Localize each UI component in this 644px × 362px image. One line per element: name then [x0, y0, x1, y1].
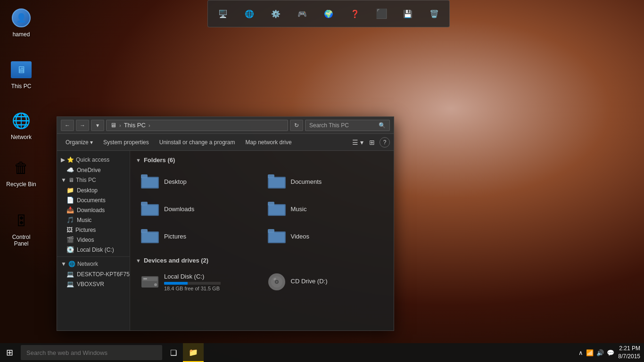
this-pc-label: This PC [11, 83, 32, 90]
task-view-button[interactable]: ❑ [164, 343, 183, 362]
folders-grid: Desktop Documents [136, 168, 388, 249]
forward-button[interactable]: → [76, 120, 89, 131]
svg-rect-10 [268, 202, 274, 206]
desktop: 👤 hamed 🖥 This PC 🌐 Network 🗑 Recycle Bi… [0, 0, 644, 362]
local-disk-progress [164, 282, 221, 285]
toolbar-globe-blue-icon[interactable]: 🌍 [318, 3, 339, 24]
sidebar-item-desktop-kpt[interactable]: 💻 DESKTOP-KPT6F75 [57, 269, 130, 279]
svg-rect-21 [143, 278, 147, 280]
folder-documents-name: Documents [291, 178, 322, 185]
file-explorer-taskbar-button[interactable]: 📁 [183, 343, 204, 362]
address-bar: ← → ▾ 🖥 › This PC › ↻ Search This PC 🔍 [57, 117, 394, 134]
sidebar-item-documents[interactable]: 📄 Documents [57, 195, 130, 205]
tray-chevron[interactable]: ∧ [578, 349, 583, 356]
map-network-button[interactable]: Map network drive [241, 136, 297, 148]
network-label: Network [11, 134, 32, 140]
toolbar-device1-icon[interactable]: ⬛ [371, 3, 392, 24]
quick-access-header[interactable]: ▶ ⭐ Quick access [57, 155, 130, 165]
hamed-icon: 👤 [10, 7, 33, 29]
toolbar-network-globe-icon[interactable]: 🌐 [239, 3, 260, 24]
documents-sidebar-icon: 📄 [66, 197, 74, 204]
search-placeholder-text: Search This PC [309, 122, 349, 129]
folder-videos-icon [267, 227, 286, 246]
folder-desktop[interactable]: Desktop [136, 168, 262, 195]
sidebar-item-downloads[interactable]: 📥 Downloads [57, 205, 130, 215]
sidebar-item-music[interactable]: 🎵 Music [57, 215, 130, 225]
svg-point-25 [276, 281, 278, 283]
view-grid-button[interactable]: ⊞ [365, 136, 379, 148]
tray-network-icon[interactable]: 📶 [586, 349, 594, 356]
folder-pictures[interactable]: Pictures [136, 223, 262, 249]
desktop-icon-control-panel[interactable]: 🎛 Control Panel [2, 207, 40, 249]
local-disk-space: 18.4 GB free of 31.5 GB [164, 286, 257, 291]
desktop-kpt-icon: 💻 [66, 271, 74, 278]
local-disk-icon [140, 272, 159, 291]
folder-music[interactable]: Music [263, 196, 388, 222]
toolbar-device2-icon[interactable]: 💾 [397, 3, 418, 24]
sidebar-item-vboxsvr[interactable]: 💻 VBOXSVR [57, 279, 130, 289]
sidebar-item-desktop[interactable]: 📁 Desktop [57, 185, 130, 195]
view-toggle-button[interactable]: ☰ ▾ [351, 136, 364, 148]
folder-music-icon [267, 199, 286, 218]
svg-rect-7 [141, 202, 148, 206]
toolbar-gamepad-icon[interactable]: 🎮 [292, 3, 313, 24]
sidebar-item-onedrive[interactable]: ☁️ OneDrive [57, 165, 130, 175]
sidebar-item-pictures[interactable]: 🖼 Pictures [57, 225, 130, 235]
network-header[interactable]: ▼ 🌐 Network [57, 259, 130, 269]
clock-time: 2:21 PM [618, 345, 640, 353]
network-chevron: ▼ [61, 261, 66, 267]
taskbar-right: ∧ 📶 🔊 💬 2:21 PM 8/7/2015 [578, 345, 644, 361]
this-pc-header[interactable]: ▼ 🖥 This PC [57, 175, 130, 185]
recycle-bin-icon: 🗑 [10, 156, 33, 179]
explorer-body: ▶ ⭐ Quick access ☁️ OneDrive ▼ 🖥 This PC… [57, 151, 394, 330]
recycle-bin-label: Recycle Bin [6, 181, 36, 188]
folders-section-header: ▼ Folders (6) [136, 156, 388, 164]
explorer-main: ▼ Folders (6) Desktop [130, 151, 394, 330]
clock-date: 8/7/2015 [618, 353, 640, 361]
toolbar-monitor-icon[interactable]: 🖥️ [213, 3, 233, 24]
drive-cd-d[interactable]: CD Drive (D:) [263, 269, 388, 295]
taskbar-search-input[interactable] [21, 345, 162, 360]
folder-downloads[interactable]: Downloads [136, 196, 262, 222]
system-properties-button[interactable]: System properties [99, 136, 154, 148]
desktop-icon-this-pc[interactable]: 🖥 This PC [2, 57, 40, 91]
folder-desktop-name: Desktop [164, 178, 187, 185]
toolbar-settings-shield-icon[interactable]: ⚙️ [265, 3, 286, 24]
uninstall-button[interactable]: Uninstall or change a program [155, 136, 240, 148]
folder-downloads-icon [140, 199, 159, 218]
cd-drive-name: CD Drive (D:) [291, 278, 384, 285]
tray-volume-icon[interactable]: 🔊 [596, 349, 604, 356]
drive-local-c[interactable]: Local Disk (C:) 18.4 GB free of 31.5 GB [136, 269, 262, 295]
sidebar-item-local-disk[interactable]: 💽 Local Disk (C:) [57, 245, 130, 255]
desktop-icon-network[interactable]: 🌐 Network [2, 107, 40, 142]
onedrive-icon: ☁️ [66, 166, 74, 173]
sidebar-item-videos[interactable]: 🎬 Videos [57, 235, 130, 245]
local-disk-sidebar-icon: 💽 [66, 246, 74, 253]
search-box[interactable]: Search This PC 🔍 [305, 120, 390, 131]
tray-message-icon[interactable]: 💬 [607, 349, 614, 356]
desktop-icon-recycle-bin[interactable]: 🗑 Recycle Bin [2, 155, 40, 189]
desktop-icon-hamed[interactable]: 👤 hamed [2, 5, 40, 40]
svg-rect-16 [268, 229, 274, 233]
back-button[interactable]: ← [61, 120, 74, 131]
toolbar-trash-icon[interactable]: 🗑️ [424, 3, 445, 24]
drives-chevron[interactable]: ▼ [136, 258, 141, 263]
taskbar-clock[interactable]: 2:21 PM 8/7/2015 [618, 345, 640, 361]
address-path-text: This PC [124, 122, 146, 129]
folder-documents[interactable]: Documents [263, 168, 388, 195]
address-path[interactable]: 🖥 › This PC › [106, 120, 288, 131]
refresh-button[interactable]: ↻ [290, 120, 303, 131]
start-button[interactable]: ⊞ [0, 343, 19, 362]
control-panel-icon: 🎛 [10, 209, 33, 232]
cd-drive-info: CD Drive (D:) [291, 278, 384, 287]
help-button[interactable]: ? [380, 137, 390, 148]
folders-chevron[interactable]: ▼ [136, 157, 141, 163]
organize-button[interactable]: Organize ▾ [61, 136, 98, 148]
svg-rect-8 [142, 205, 158, 215]
folder-videos[interactable]: Videos [263, 223, 388, 249]
this-pc-chevron: ▼ [61, 177, 66, 183]
folder-downloads-name: Downloads [164, 206, 194, 213]
toolbar-help-icon[interactable]: ❓ [345, 3, 365, 24]
nav-dropdown-button[interactable]: ▾ [91, 120, 104, 131]
search-icon: 🔍 [379, 122, 386, 129]
